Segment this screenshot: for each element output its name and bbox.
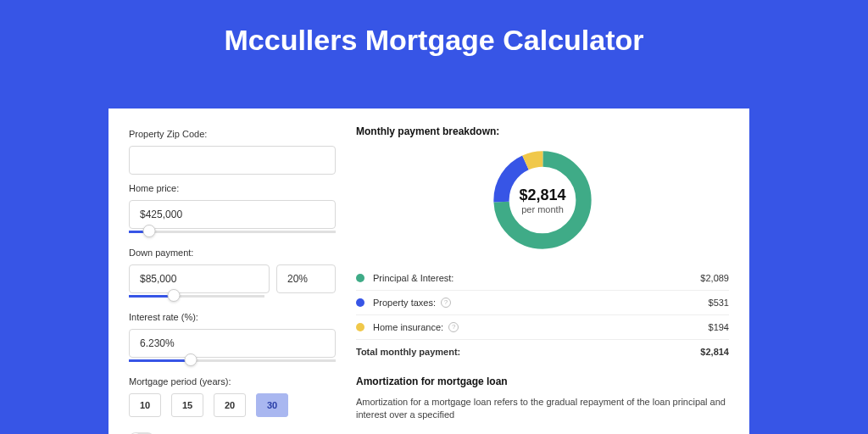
help-icon[interactable]: ? xyxy=(441,298,451,308)
form-column: Property Zip Code: Home price: Down paym… xyxy=(129,125,336,434)
zip-label: Property Zip Code: xyxy=(129,129,336,139)
period-option-30[interactable]: 30 xyxy=(256,393,288,417)
mortgage-period-field: Mortgage period (years): 10152030 xyxy=(129,376,336,417)
total-label: Total monthly payment: xyxy=(356,347,700,357)
home-price-field: Home price: xyxy=(129,183,336,239)
amortization-text: Amortization for a mortgage loan refers … xyxy=(356,396,729,422)
legend-label: Principal & Interest: xyxy=(373,273,700,283)
down-payment-amount-input[interactable] xyxy=(129,264,270,293)
legend-label: Property taxes:? xyxy=(373,298,709,308)
down-payment-slider[interactable] xyxy=(129,292,264,303)
slider-thumb[interactable] xyxy=(167,289,180,302)
interest-input[interactable] xyxy=(129,329,336,358)
amortization-title: Amortization for mortgage loan xyxy=(356,376,729,387)
help-icon[interactable]: ? xyxy=(448,322,459,332)
slider-thumb[interactable] xyxy=(143,225,156,237)
donut-amount: $2,814 xyxy=(519,186,565,204)
zip-input[interactable] xyxy=(129,146,336,175)
calculator-card: Property Zip Code: Home price: Down paym… xyxy=(108,108,749,434)
down-payment-label: Down payment: xyxy=(129,248,336,258)
home-price-input[interactable] xyxy=(129,200,336,229)
interest-field: Interest rate (%): xyxy=(129,312,336,368)
breakdown-column: Monthly payment breakdown: $2,814 per mo… xyxy=(356,125,729,434)
donut-center: $2,814 per month xyxy=(488,146,597,254)
legend-value: $531 xyxy=(709,298,729,308)
home-price-slider[interactable] xyxy=(129,227,336,239)
donut-sub: per month xyxy=(521,204,564,214)
period-option-10[interactable]: 10 xyxy=(129,393,161,417)
home-price-label: Home price: xyxy=(129,183,336,193)
down-payment-field: Down payment: xyxy=(129,248,336,303)
interest-label: Interest rate (%): xyxy=(129,312,336,322)
period-option-15[interactable]: 15 xyxy=(171,393,203,417)
legend-rows: Principal & Interest:$2,089Property taxe… xyxy=(356,266,729,340)
total-value: $2,814 xyxy=(700,347,729,357)
legend-row: Property taxes:?$531 xyxy=(356,291,729,315)
donut-chart-wrap: $2,814 per month xyxy=(356,146,729,254)
mortgage-period-options: 10152030 xyxy=(129,393,336,417)
down-payment-pct-input[interactable] xyxy=(276,264,336,293)
period-option-20[interactable]: 20 xyxy=(214,393,246,417)
legend-dot-icon xyxy=(356,323,364,331)
zip-field: Property Zip Code: xyxy=(129,129,336,175)
legend-label: Home insurance:? xyxy=(373,322,709,332)
total-row: Total monthly payment: $2,814 xyxy=(356,340,729,364)
legend-dot-icon xyxy=(356,298,364,307)
legend-value: $2,089 xyxy=(700,273,729,283)
legend-dot-icon xyxy=(356,274,364,282)
donut-chart: $2,814 per month xyxy=(488,146,597,254)
breakdown-title: Monthly payment breakdown: xyxy=(356,125,729,137)
page-root: Mccullers Mortgage Calculator Property Z… xyxy=(0,0,868,434)
legend-value: $194 xyxy=(709,322,729,332)
legend-row: Principal & Interest:$2,089 xyxy=(356,266,729,291)
page-title: Mccullers Mortgage Calculator xyxy=(0,0,868,74)
legend-row: Home insurance:?$194 xyxy=(356,315,729,340)
mortgage-period-label: Mortgage period (years): xyxy=(129,376,336,387)
slider-thumb[interactable] xyxy=(185,353,198,366)
amortization-section: Amortization for mortgage loan Amortizat… xyxy=(356,376,729,422)
interest-slider[interactable] xyxy=(129,356,336,368)
